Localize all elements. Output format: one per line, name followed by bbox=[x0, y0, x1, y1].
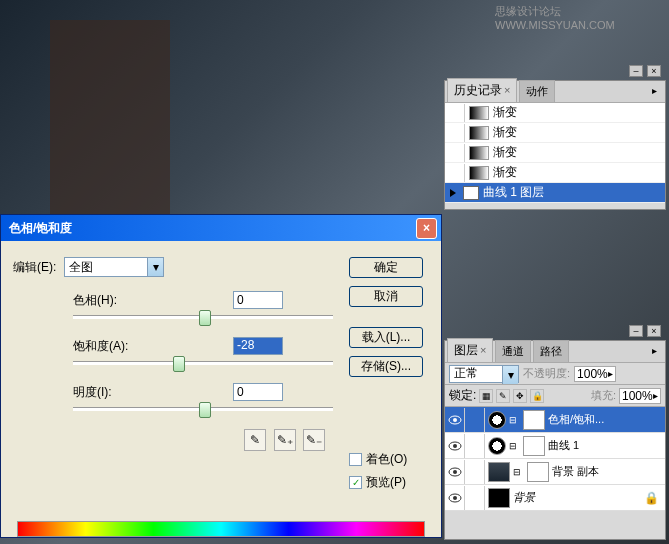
mask-thumb[interactable] bbox=[527, 462, 549, 482]
history-list: 渐变 渐变 渐变 渐变 曲线 1 图层 bbox=[445, 103, 665, 203]
svg-point-1 bbox=[453, 418, 457, 422]
tab-history[interactable]: 历史记录× bbox=[447, 78, 517, 102]
tab-channels[interactable]: 通道 bbox=[495, 340, 531, 362]
hue-input[interactable] bbox=[233, 291, 283, 309]
hue-saturation-dialog: 色相/饱和度 × 编辑(E): 全图 ▾ 色相(H): bbox=[0, 214, 442, 538]
adjustment-thumb bbox=[488, 437, 506, 455]
svg-point-5 bbox=[453, 470, 457, 474]
lock-transparency-icon[interactable]: ▦ bbox=[479, 389, 493, 403]
dialog-title: 色相/饱和度 bbox=[9, 220, 72, 237]
layer-row[interactable]: ⊟ 背景 副本 bbox=[445, 459, 665, 485]
layer-thumb bbox=[488, 488, 510, 508]
opacity-label: 不透明度: bbox=[523, 366, 570, 381]
close-icon[interactable]: × bbox=[647, 65, 661, 77]
mask-thumb[interactable] bbox=[523, 436, 545, 456]
lock-move-icon[interactable]: ✥ bbox=[513, 389, 527, 403]
slider-thumb[interactable] bbox=[199, 402, 211, 418]
mask-thumb[interactable] bbox=[523, 410, 545, 430]
eyedropper-icon[interactable]: ✎ bbox=[244, 429, 266, 451]
history-row-selected[interactable]: 曲线 1 图层 bbox=[445, 183, 665, 203]
lock-paint-icon[interactable]: ✎ bbox=[496, 389, 510, 403]
close-icon[interactable]: × bbox=[647, 325, 661, 337]
eyedropper-sub-icon[interactable]: ✎₋ bbox=[303, 429, 325, 451]
visibility-icon[interactable] bbox=[445, 408, 465, 432]
tab-actions[interactable]: 动作 bbox=[519, 80, 555, 102]
lock-icon: 🔒 bbox=[644, 491, 659, 505]
history-row[interactable]: 渐变 bbox=[445, 143, 665, 163]
cancel-button[interactable]: 取消 bbox=[349, 286, 423, 307]
layer-row[interactable]: ⊟ 曲线 1 bbox=[445, 433, 665, 459]
layers-panel: – × 图层× 通道 路径 ▸ 正常 ▾ 不透明度: 100% ▸ 锁定: ▦ … bbox=[444, 340, 666, 540]
lightness-slider[interactable] bbox=[73, 407, 333, 411]
link-icon: ⊟ bbox=[509, 441, 517, 451]
minimize-icon[interactable]: – bbox=[629, 325, 643, 337]
link-icon: ⊟ bbox=[509, 415, 517, 425]
watermark: 思缘设计论坛 WWW.MISSYUAN.COM bbox=[495, 4, 669, 31]
adjustment-thumb bbox=[488, 411, 506, 429]
history-panel: – × 历史记录× 动作 ▸ 渐变 渐变 渐变 渐变 曲线 1 图层 bbox=[444, 80, 666, 210]
fill-label: 填充: bbox=[591, 388, 616, 403]
tab-paths[interactable]: 路径 bbox=[533, 340, 569, 362]
edit-label: 编辑(E): bbox=[13, 259, 56, 276]
slider-thumb[interactable] bbox=[199, 310, 211, 326]
history-row[interactable]: 渐变 bbox=[445, 103, 665, 123]
history-row[interactable]: 渐变 bbox=[445, 123, 665, 143]
history-row[interactable]: 渐变 bbox=[445, 163, 665, 183]
saturation-slider[interactable] bbox=[73, 361, 333, 365]
preview-checkbox[interactable]: ✓ bbox=[349, 476, 362, 489]
svg-point-7 bbox=[453, 496, 457, 500]
visibility-icon[interactable] bbox=[445, 486, 465, 510]
colorize-checkbox[interactable] bbox=[349, 453, 362, 466]
hue-label: 色相(H): bbox=[73, 292, 173, 309]
panel-menu-icon[interactable]: ▸ bbox=[652, 345, 657, 356]
close-icon[interactable]: × bbox=[416, 218, 437, 239]
play-icon bbox=[450, 189, 456, 197]
lightness-input[interactable] bbox=[233, 383, 283, 401]
minimize-icon[interactable]: – bbox=[629, 65, 643, 77]
saturation-input[interactable]: -28 bbox=[233, 337, 283, 355]
layer-row[interactable]: 背景 🔒 bbox=[445, 485, 665, 511]
slider-thumb[interactable] bbox=[173, 356, 185, 372]
tab-layers[interactable]: 图层× bbox=[447, 338, 493, 362]
save-button[interactable]: 存储(S)... bbox=[349, 356, 423, 377]
colorize-label: 着色(O) bbox=[366, 451, 407, 468]
blend-mode-select[interactable]: 正常 ▾ bbox=[449, 365, 519, 383]
link-icon: ⊟ bbox=[513, 467, 521, 477]
hue-slider[interactable] bbox=[73, 315, 333, 319]
lock-all-icon[interactable]: 🔒 bbox=[530, 389, 544, 403]
layer-row-selected[interactable]: ⊟ 色相/饱和... bbox=[445, 407, 665, 433]
ok-button[interactable]: 确定 bbox=[349, 257, 423, 278]
opacity-input[interactable]: 100% ▸ bbox=[574, 366, 616, 382]
color-spectrum bbox=[17, 521, 425, 537]
panel-menu-icon[interactable]: ▸ bbox=[652, 85, 657, 96]
layer-thumb bbox=[488, 462, 510, 482]
load-button[interactable]: 载入(L)... bbox=[349, 327, 423, 348]
lightness-label: 明度(I): bbox=[73, 384, 173, 401]
preview-label: 预览(P) bbox=[366, 474, 406, 491]
saturation-label: 饱和度(A): bbox=[73, 338, 173, 355]
fill-input[interactable]: 100% ▸ bbox=[619, 388, 661, 404]
lock-label: 锁定: bbox=[449, 387, 476, 404]
chevron-down-icon[interactable]: ▾ bbox=[147, 258, 163, 276]
chevron-down-icon[interactable]: ▾ bbox=[502, 366, 518, 384]
eyedropper-add-icon[interactable]: ✎₊ bbox=[274, 429, 296, 451]
visibility-icon[interactable] bbox=[445, 460, 465, 484]
svg-point-3 bbox=[453, 444, 457, 448]
dialog-titlebar[interactable]: 色相/饱和度 × bbox=[1, 215, 441, 241]
visibility-icon[interactable] bbox=[445, 434, 465, 458]
edit-select[interactable]: 全图 ▾ bbox=[64, 257, 164, 277]
